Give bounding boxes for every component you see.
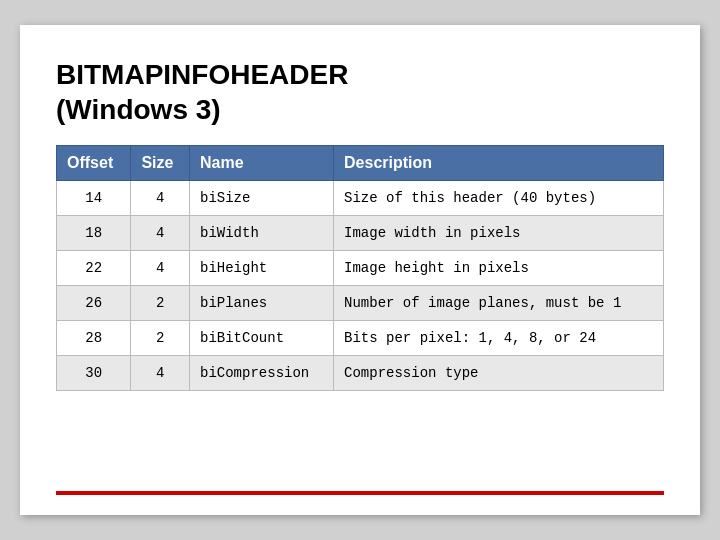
cell-offset: 30 [57, 356, 131, 391]
table-row: 282biBitCountBits per pixel: 1, 4, 8, or… [57, 321, 664, 356]
cell-description: Image height in pixels [334, 251, 664, 286]
cell-name: biHeight [190, 251, 334, 286]
cell-size: 4 [131, 356, 190, 391]
slide-title: BITMAPINFOHEADER (Windows 3) [56, 57, 664, 127]
table-row: 144biSizeSize of this header (40 bytes) [57, 181, 664, 216]
cell-description: Bits per pixel: 1, 4, 8, or 24 [334, 321, 664, 356]
cell-offset: 26 [57, 286, 131, 321]
cell-name: biBitCount [190, 321, 334, 356]
table-row: 224biHeightImage height in pixels [57, 251, 664, 286]
cell-size: 2 [131, 286, 190, 321]
cell-size: 4 [131, 181, 190, 216]
cell-description: Compression type [334, 356, 664, 391]
col-header-size: Size [131, 146, 190, 181]
col-header-offset: Offset [57, 146, 131, 181]
cell-name: biSize [190, 181, 334, 216]
slide: BITMAPINFOHEADER (Windows 3) Offset Size… [20, 25, 700, 515]
table-row: 304biCompressionCompression type [57, 356, 664, 391]
cell-description: Size of this header (40 bytes) [334, 181, 664, 216]
col-header-description: Description [334, 146, 664, 181]
cell-offset: 14 [57, 181, 131, 216]
cell-description: Image width in pixels [334, 216, 664, 251]
cell-size: 4 [131, 251, 190, 286]
cell-name: biPlanes [190, 286, 334, 321]
cell-description: Number of image planes, must be 1 [334, 286, 664, 321]
data-table: Offset Size Name Description 144biSizeSi… [56, 145, 664, 391]
col-header-name: Name [190, 146, 334, 181]
cell-name: biWidth [190, 216, 334, 251]
cell-name: biCompression [190, 356, 334, 391]
cell-size: 2 [131, 321, 190, 356]
table-row: 184biWidthImage width in pixels [57, 216, 664, 251]
table-row: 262biPlanesNumber of image planes, must … [57, 286, 664, 321]
table-header-row: Offset Size Name Description [57, 146, 664, 181]
cell-offset: 22 [57, 251, 131, 286]
cell-size: 4 [131, 216, 190, 251]
cell-offset: 18 [57, 216, 131, 251]
cell-offset: 28 [57, 321, 131, 356]
